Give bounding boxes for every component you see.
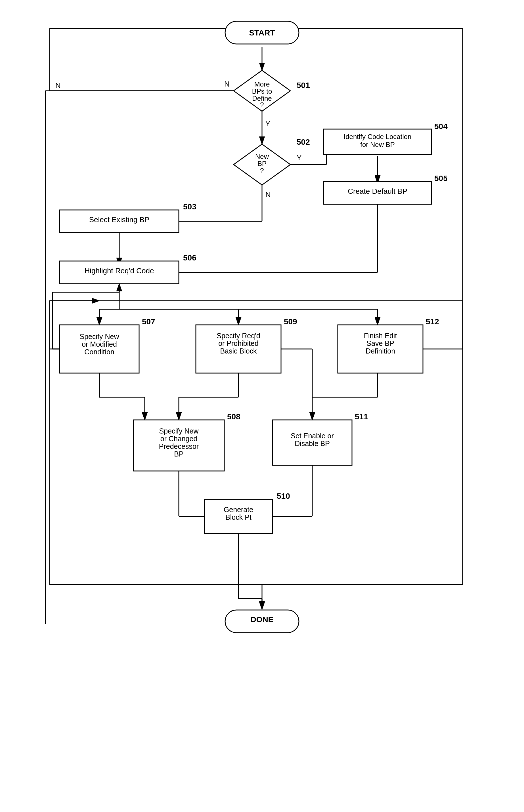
d502-number: 502 <box>297 138 310 147</box>
b503-label: Select Existing BP <box>89 215 149 224</box>
b503-number: 503 <box>183 202 196 211</box>
b509-label-line2: or Prohibited <box>218 339 259 347</box>
svg-text:N: N <box>265 190 271 199</box>
d501-number: 501 <box>297 81 310 90</box>
d502-label-line3: ? <box>260 167 264 174</box>
b510-label-line1: Generate <box>224 506 253 513</box>
b506-number: 506 <box>183 253 196 262</box>
b511-label-line1: Set Enable or <box>291 432 334 440</box>
b511-number: 511 <box>355 412 368 421</box>
b507-label-line3: Condition <box>84 348 114 356</box>
b507-label-line2: or Modified <box>82 340 117 348</box>
b509-label-line3: Basic Block <box>220 347 257 355</box>
b508-label-line4: BP <box>174 450 183 458</box>
b504-label-line2: for New BP <box>360 141 395 148</box>
b507-label-line1: Specify New <box>80 333 119 340</box>
b512-label-line2: Save BP <box>366 339 394 347</box>
svg-text:N: N <box>224 80 230 88</box>
svg-text:N: N <box>55 81 61 90</box>
d502-label-line1: New <box>255 153 269 160</box>
b510-label-line2: Block Pt <box>225 513 251 521</box>
b509-label-line1: Specify Req'd <box>217 332 260 340</box>
b505-label: Create Default BP <box>348 187 407 196</box>
b509-number: 509 <box>284 317 297 326</box>
b504-number: 504 <box>434 122 448 131</box>
b507-number: 507 <box>142 317 155 326</box>
b508-label-line3: Predecessor <box>159 442 199 450</box>
b504-label-line1: Identify Code Location <box>344 133 412 140</box>
b510-number: 510 <box>277 492 290 501</box>
d501-label-line1: More <box>254 80 270 88</box>
d502-label-line2: BP <box>258 160 266 167</box>
b506-label: Highlight Req'd Code <box>85 266 154 275</box>
svg-text:Y: Y <box>265 119 270 128</box>
b512-number: 512 <box>426 317 439 326</box>
d501-label-line4: ? <box>260 101 264 109</box>
b508-number: 508 <box>227 412 241 421</box>
b512-label-line3: Definition <box>365 347 395 355</box>
done-label: DONE <box>251 615 274 624</box>
b508-label-line1: Specify New <box>159 427 199 435</box>
b511-label-line2: Disable BP <box>295 439 330 447</box>
b512-label-line1: Finish Edit <box>364 332 397 340</box>
d501-label-line2: BPs to <box>252 87 272 95</box>
svg-text:Y: Y <box>297 153 301 162</box>
b508-label-line2: or Changed <box>160 435 198 443</box>
start-label: START <box>249 28 275 37</box>
flowchart-diagram: N N Y N Y <box>0 0 524 812</box>
b505-number: 505 <box>434 174 448 183</box>
